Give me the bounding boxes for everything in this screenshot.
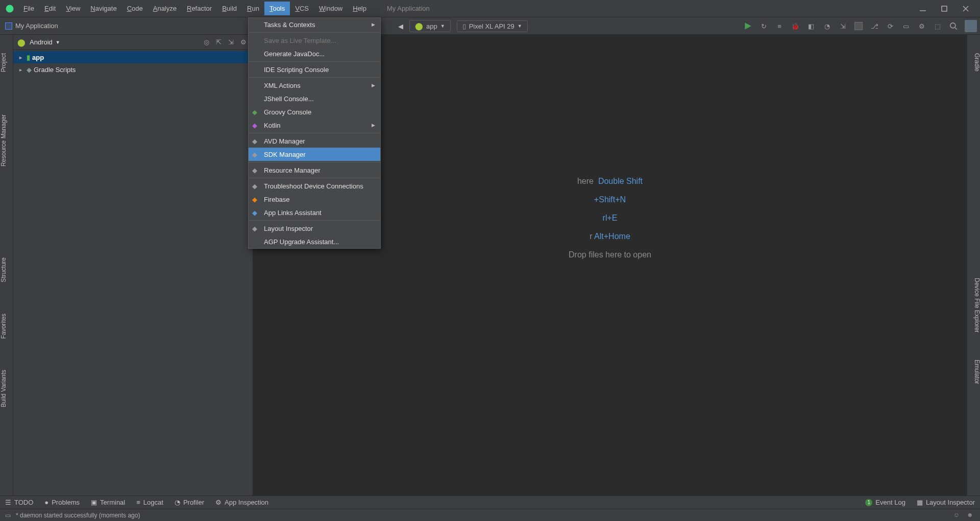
menu-item-app-links-assistant[interactable]: ◆App Links Assistant [249, 206, 380, 219]
apply-code-icon[interactable]: ≡ [775, 21, 784, 31]
menu-analyze[interactable]: Analyze [148, 2, 182, 15]
nav-back-icon[interactable]: ◀ [398, 22, 403, 30]
menu-item-jshell-console-[interactable]: JShell Console... [249, 92, 380, 105]
submenu-arrow-icon: ▶ [372, 22, 375, 27]
gradle-icon[interactable]: ⬚ [933, 21, 942, 31]
left-tab-project[interactable]: Project [0, 50, 13, 75]
memory-indicator-icon[interactable]: ☻ [967, 511, 975, 519]
menu-item-avd-manager[interactable]: ◆AVD Manager [249, 134, 380, 148]
menu-code[interactable]: Code [122, 2, 148, 15]
expand-icon[interactable]: ▸ [19, 67, 24, 73]
status-icon[interactable]: ▭ [5, 512, 11, 519]
stop-icon[interactable] [854, 21, 863, 31]
apply-changes-icon[interactable]: ↻ [759, 21, 768, 31]
bottom-tab-terminal[interactable]: ▣Terminal [91, 499, 125, 506]
tree-node-gradle-scripts[interactable]: ▸◆Gradle Scripts [13, 63, 253, 76]
svg-line-7 [955, 28, 957, 29]
avatar[interactable] [965, 20, 977, 32]
empty-state: here Double Shift +Shift+N rl+E r Alt+Ho… [569, 168, 651, 269]
status-bar: ▭ * daemon started successfully (moments… [0, 509, 980, 521]
menu-run[interactable]: Run [242, 2, 264, 15]
right-tab-gradle[interactable]: Gradle [967, 50, 980, 75]
main-content: ProjectResource ManagerStructureFavorite… [0, 35, 980, 495]
menu-item-tasks-contexts[interactable]: Tasks & Contexts▶ [249, 18, 380, 31]
event-log-label: Event Log [875, 499, 905, 506]
project-tree[interactable]: ▸▮app▸◆Gradle Scripts [13, 50, 253, 76]
shortcut-goto-file: +Shift+N [594, 195, 626, 204]
layout-inspector-tab[interactable]: ▦ Layout Inspector [917, 499, 975, 506]
left-tab-resource-manager[interactable]: Resource Manager [0, 111, 13, 170]
android-icon: ⬤ [17, 38, 26, 46]
search-icon[interactable] [949, 21, 958, 31]
bottom-tab-profiler[interactable]: ◔Profiler [175, 499, 204, 506]
menu-tools[interactable]: Tools [264, 2, 290, 15]
menu-item-ide-scripting-console[interactable]: IDE Scripting Console [249, 63, 380, 76]
expand-all-icon[interactable]: ⇱ [216, 38, 224, 46]
debug-icon[interactable]: 🐞 [791, 21, 800, 31]
menu-file[interactable]: File [18, 2, 39, 15]
menu-help[interactable]: Help [348, 2, 372, 15]
device-label: Pixel XL API 29 [469, 22, 514, 30]
gear-icon[interactable]: ⚙ [240, 38, 249, 46]
menu-item-xml-actions[interactable]: XML Actions▶ [249, 79, 380, 92]
ide-feedback-icon[interactable]: ☺ [953, 511, 962, 519]
bottom-tab-problems[interactable]: ●Problems [44, 499, 80, 506]
android-studio-logo-icon [5, 4, 14, 13]
menu-item-sdk-manager[interactable]: ◆SDK Manager [249, 148, 380, 161]
project-panel-header: ⬤ Android ▼ ◎ ⇱ ⇲ ⚙ [13, 35, 253, 50]
menu-item-resource-manager[interactable]: ◆Resource Manager [249, 163, 380, 177]
attach-debugger-icon[interactable]: ⇲ [838, 21, 847, 31]
maximize-icon[interactable] [940, 5, 948, 13]
menu-item-kotlin[interactable]: ◆Kotlin▶ [249, 119, 380, 132]
git-icon[interactable]: ⎇ [870, 21, 879, 31]
tab-icon: ● [44, 499, 48, 506]
device-dropdown[interactable]: ▯ Pixel XL API 29 ▼ [457, 20, 528, 32]
right-tab-device-file-explorer[interactable]: Device File Explorer [967, 275, 980, 336]
breadcrumb-root[interactable]: My Application [15, 22, 58, 30]
avd-icon[interactable]: ▭ [901, 21, 911, 31]
bottom-tab-logcat[interactable]: ≡Logcat [136, 499, 163, 506]
right-tab-emulator[interactable]: Emulator [967, 357, 980, 387]
menu-item-label: JShell Console... [264, 95, 314, 103]
menu-item-firebase[interactable]: ◆Firebase [249, 193, 380, 206]
phone-icon: ◆ [252, 137, 259, 145]
tab-label: App Inspection [225, 499, 268, 506]
coverage-icon[interactable]: ◧ [806, 21, 816, 31]
left-tab-favorites[interactable]: Favorites [0, 311, 13, 342]
bottom-tab-todo[interactable]: ☰TODO [5, 499, 33, 506]
svg-rect-2 [942, 6, 947, 11]
left-tab-structure[interactable]: Structure [0, 254, 13, 286]
menu-refactor[interactable]: Refactor [182, 2, 217, 15]
run-icon[interactable] [743, 21, 752, 31]
menu-edit[interactable]: Edit [39, 2, 61, 15]
sync-icon[interactable]: ⟳ [886, 21, 895, 31]
event-log-tab[interactable]: 1 Event Log [865, 499, 905, 506]
left-tab-build-variants[interactable]: Build Variants [0, 367, 13, 410]
menu-item-groovy-console[interactable]: ◆Groovy Console [249, 105, 380, 119]
project-tool-window: ⬤ Android ▼ ◎ ⇱ ⇲ ⚙ ▸▮app▸◆Gradle Script… [13, 35, 253, 495]
collapse-all-icon[interactable]: ⇲ [228, 38, 236, 46]
menu-item-troubleshoot-device-connections[interactable]: ◆Troubleshoot Device Connections [249, 179, 380, 193]
sdk-icon[interactable]: ⚙ [917, 21, 926, 31]
bottom-tab-app-inspection[interactable]: ⚙App Inspection [215, 499, 268, 506]
menu-item-agp-upgrade-assistant-[interactable]: AGP Upgrade Assistant... [249, 235, 380, 248]
menu-item-layout-inspector[interactable]: ◆Layout Inspector [249, 222, 380, 235]
menu-build[interactable]: Build [217, 2, 242, 15]
chevron-down-icon: ▼ [56, 40, 60, 45]
tree-node-app[interactable]: ▸▮app [13, 51, 253, 63]
minimize-icon[interactable] [919, 5, 927, 13]
run-config-dropdown[interactable]: ⬤ app ▼ [409, 20, 451, 32]
tab-icon: ☰ [5, 499, 11, 506]
chevron-down-icon: ▼ [440, 23, 445, 29]
expand-icon[interactable]: ▸ [19, 55, 24, 60]
run-toolbar: ◀ ⬤ app ▼ ▯ Pixel XL API 29 ▼ [398, 17, 528, 35]
menu-vcs[interactable]: VCS [290, 2, 314, 15]
project-view-selector[interactable]: Android ▼ [30, 38, 60, 46]
menu-window[interactable]: Window [314, 2, 348, 15]
menu-view[interactable]: View [61, 2, 85, 15]
target-icon[interactable]: ◎ [204, 38, 212, 46]
menu-item-generate-javadoc-[interactable]: Generate JavaDoc... [249, 47, 380, 60]
profiler-icon[interactable]: ◔ [822, 21, 831, 31]
close-icon[interactable] [962, 5, 970, 13]
menu-navigate[interactable]: Navigate [85, 2, 121, 15]
